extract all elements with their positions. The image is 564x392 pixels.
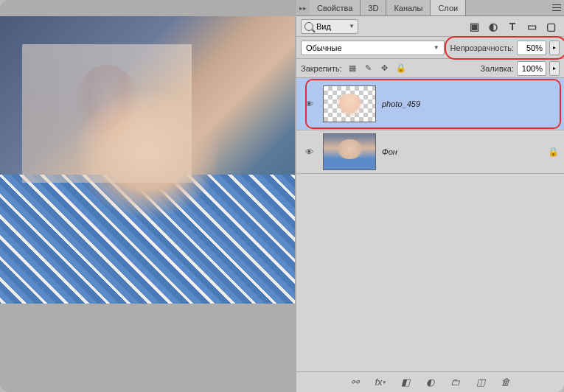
opacity-label: Непрозрачность:	[450, 43, 514, 52]
layers-list: 👁 photo_459 👁 Фон 🔒	[296, 78, 564, 174]
opacity-input[interactable]: 50%	[517, 41, 546, 55]
blend-mode-select[interactable]: Обычные ▼	[301, 41, 445, 55]
layers-panel: ▸▸ Свойства 3D Каналы Слои Вид ▼ ▣ ◐ T ▭…	[296, 0, 564, 392]
panel-menu-button[interactable]	[549, 0, 564, 15]
lock-fill-row: Закрепить: ▦ ✎ ✥ 🔒 Заливка: 100% ▸	[296, 59, 564, 78]
fill-dropdown-button[interactable]: ▸	[549, 61, 560, 76]
lock-paint-icon[interactable]: ✎	[363, 63, 375, 74]
fx-icon[interactable]: fx▾	[374, 376, 387, 389]
link-layers-icon[interactable]: ⚯	[349, 376, 362, 389]
layer-thumbnail[interactable]	[323, 85, 376, 122]
layer-name-label[interactable]: photo_459	[382, 99, 560, 108]
filter-adjustment-icon[interactable]: ◐	[487, 21, 499, 32]
blend-opacity-row: Обычные ▼ Непрозрачность: 50% ▸	[296, 37, 564, 59]
adjustment-layer-icon[interactable]: ◐	[424, 376, 437, 389]
menu-icon	[552, 4, 561, 11]
blend-mode-value: Обычные	[306, 43, 342, 52]
canvas-area[interactable]	[0, 0, 296, 392]
filter-type-icon[interactable]: T	[506, 21, 518, 32]
lock-transparency-icon[interactable]: ▦	[347, 63, 358, 74]
new-layer-icon[interactable]: ◫	[474, 376, 487, 389]
eye-icon: 👁	[305, 147, 313, 156]
filter-shape-icon[interactable]: ▭	[526, 21, 537, 32]
chevron-down-icon: ▼	[349, 23, 355, 29]
layer-name-label[interactable]: Фон	[382, 147, 542, 156]
fill-control: Заливка: 100% ▸	[481, 61, 560, 76]
fill-input[interactable]: 100%	[517, 61, 546, 76]
tab-layers[interactable]: Слои	[431, 0, 466, 15]
canvas-background-image[interactable]	[0, 16, 295, 304]
mask-icon[interactable]: ◧	[399, 376, 412, 389]
chevron-down-icon: ▼	[434, 44, 439, 51]
layer-thumbnail[interactable]	[323, 133, 376, 170]
layers-bottom-toolbar: ⚯ fx▾ ◧ ◐ 🗀 ◫ 🗑	[296, 371, 564, 392]
visibility-toggle[interactable]: 👁	[301, 147, 317, 156]
layer-filter-select[interactable]: Вид ▼	[301, 19, 358, 34]
tab-channels[interactable]: Каналы	[386, 0, 431, 15]
group-icon[interactable]: 🗀	[449, 376, 462, 389]
panel-tabs: ▸▸ Свойства 3D Каналы Слои	[296, 0, 564, 16]
filter-smart-icon[interactable]: ▢	[545, 21, 557, 32]
lock-all-icon[interactable]: 🔒	[395, 63, 407, 74]
opacity-dropdown-button[interactable]: ▸	[549, 41, 560, 55]
lock-indicator-icon: 🔒	[548, 147, 560, 157]
lock-move-icon[interactable]: ✥	[379, 63, 391, 74]
search-icon	[304, 22, 313, 31]
tab-properties[interactable]: Свойства	[310, 0, 361, 15]
filter-label: Вид	[316, 22, 346, 31]
visibility-toggle[interactable]: 👁	[301, 99, 317, 108]
collapse-panel-icon[interactable]: ▸▸	[296, 0, 310, 15]
layer-item-photo459[interactable]: 👁 photo_459	[296, 78, 564, 130]
trash-icon[interactable]: 🗑	[499, 376, 512, 389]
eye-icon: 👁	[305, 99, 313, 108]
fill-label: Заливка:	[481, 64, 514, 73]
filter-toolbar: Вид ▼ ▣ ◐ T ▭ ▢	[296, 16, 564, 37]
tab-3d[interactable]: 3D	[361, 0, 386, 15]
lock-label: Закрепить:	[301, 64, 342, 73]
opacity-control: Непрозрачность: 50% ▸	[450, 41, 560, 55]
filter-image-icon[interactable]: ▣	[468, 21, 480, 32]
overlay-layer-image[interactable]	[22, 44, 192, 183]
layer-item-background[interactable]: 👁 Фон 🔒	[296, 130, 564, 174]
